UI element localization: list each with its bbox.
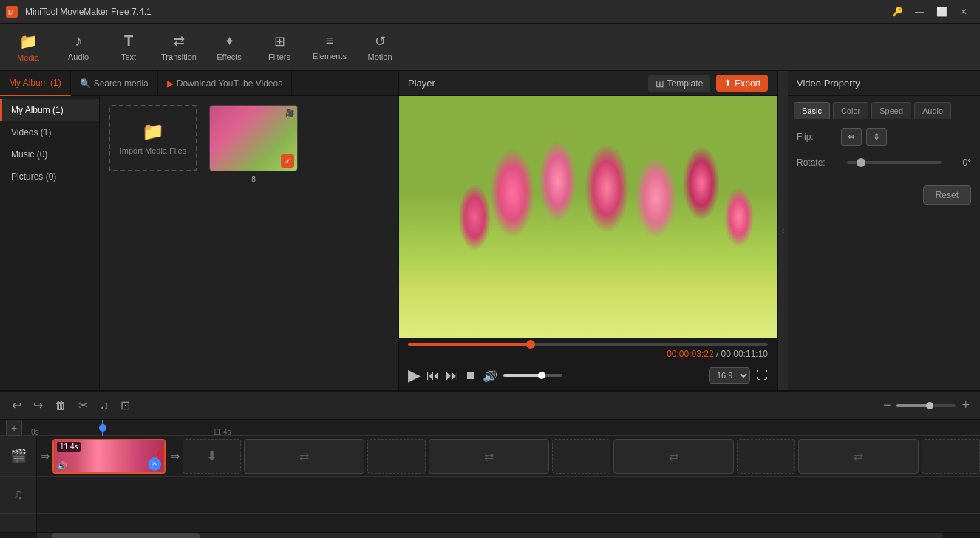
tab-my-album[interactable]: My Album (1) bbox=[0, 71, 71, 96]
rotate-slider[interactable] bbox=[847, 161, 942, 164]
tab-basic[interactable]: Basic bbox=[794, 102, 830, 119]
left-tabs: My Album (1) 🔍 Search media ▶ Download Y… bbox=[0, 71, 398, 96]
media-thumbnail[interactable]: 🎥 ✓ 8 bbox=[209, 105, 298, 183]
player-header: Player ⊞ Template ⬆ Export bbox=[399, 71, 777, 96]
arrow-icon-4: ⇄ bbox=[854, 449, 863, 463]
transition-arrow-2[interactable]: ⇄ bbox=[429, 439, 549, 474]
redo-btn[interactable]: ↪ bbox=[30, 395, 46, 415]
zoom-in-btn[interactable]: + bbox=[960, 396, 971, 415]
left-panel: My Album (1) 🔍 Search media ▶ Download Y… bbox=[0, 71, 399, 390]
timeline-toolbar: ↩ ↪ 🗑 ✂ ♫ ⊡ − + bbox=[0, 392, 980, 420]
video-clip[interactable]: 11.4s 🔊 ✂ bbox=[52, 439, 166, 474]
clip-add-before[interactable]: ⇒ bbox=[40, 449, 50, 463]
reset-btn[interactable]: Reset bbox=[923, 185, 971, 205]
cursor-head bbox=[99, 424, 106, 432]
timeline-ruler: + 0s 11.4s bbox=[0, 420, 980, 436]
next-frame-btn[interactable]: ⏭ bbox=[446, 368, 459, 384]
audio-detach-btn[interactable]: ♫ bbox=[97, 396, 112, 415]
minimize-btn[interactable]: — bbox=[909, 3, 930, 21]
export-btn[interactable]: ⬆ Export bbox=[716, 75, 768, 92]
scrollbar-thumb[interactable] bbox=[52, 533, 200, 538]
flip-label: Flip: bbox=[797, 132, 841, 142]
transition-slot-5[interactable] bbox=[922, 439, 980, 474]
progress-bar[interactable] bbox=[408, 343, 768, 346]
play-btn[interactable]: ▶ bbox=[408, 366, 421, 385]
volume-handle[interactable] bbox=[538, 372, 545, 379]
media-label: Media bbox=[17, 53, 39, 62]
transition-arrow-3[interactable]: ⇄ bbox=[613, 439, 734, 474]
tab-search-media[interactable]: 🔍 Search media bbox=[71, 71, 158, 96]
zoom-handle[interactable] bbox=[926, 402, 933, 409]
tool-elements[interactable]: ≡ Elements bbox=[304, 25, 355, 69]
trim-cursor[interactable] bbox=[157, 448, 166, 465]
cut-btn[interactable]: ✂ bbox=[75, 395, 91, 415]
import-media-tile[interactable]: 📁 Import Media Files bbox=[109, 105, 197, 171]
aspect-ratio-select[interactable]: 16:9 9:16 4:3 1:1 bbox=[709, 367, 750, 384]
transition-slot-3[interactable] bbox=[552, 439, 610, 474]
flip-vertical-btn[interactable]: ⇕ bbox=[866, 128, 887, 146]
zoom-out-btn[interactable]: − bbox=[882, 396, 893, 415]
flip-v-icon: ⇕ bbox=[873, 132, 880, 142]
tool-media[interactable]: 📁 Media bbox=[3, 25, 53, 69]
close-btn[interactable]: ✕ bbox=[953, 3, 974, 21]
rotate-label: Rotate: bbox=[797, 157, 841, 168]
tool-effects[interactable]: ✦ Effects bbox=[204, 25, 254, 69]
check-badge: ✓ bbox=[281, 154, 294, 168]
tab-audio[interactable]: Audio bbox=[914, 102, 951, 119]
sidebar-item-music[interactable]: Music (0) bbox=[0, 143, 99, 166]
tool-text[interactable]: T Text bbox=[103, 25, 154, 69]
transition-slot-4[interactable] bbox=[737, 439, 795, 474]
fullscreen-btn[interactable]: ⛶ bbox=[756, 369, 768, 382]
expand-handle[interactable]: ‹ bbox=[777, 71, 788, 390]
sidebar-item-pictures[interactable]: Pictures (0) bbox=[0, 166, 99, 188]
transition-arrow-4[interactable]: ⇄ bbox=[798, 439, 919, 474]
maximize-btn[interactable]: ⬜ bbox=[931, 3, 952, 21]
volume-btn[interactable]: 🔊 bbox=[483, 369, 497, 383]
thumb-label: 8 bbox=[209, 174, 298, 183]
title-key-icon[interactable]: 🔑 bbox=[887, 3, 908, 21]
player-controls: ▶ ⏮ ⏭ ⏹ 🔊 16:9 9:16 4:3 1:1 ⛶ bbox=[399, 361, 777, 390]
flip-controls: ⇔ ⇕ bbox=[841, 128, 887, 146]
app-icon: M MiniTool MovieMaker Free 7.4.1 bbox=[6, 6, 152, 18]
flip-horizontal-btn[interactable]: ⇔ bbox=[841, 128, 862, 146]
add-track-btn[interactable]: + bbox=[6, 420, 22, 436]
flip-h-icon: ⇔ bbox=[848, 132, 855, 142]
transition-slot-1[interactable]: ⬇ bbox=[183, 439, 241, 474]
template-btn[interactable]: ⊞ Template bbox=[648, 75, 711, 92]
zoom-bar[interactable] bbox=[896, 404, 956, 407]
sidebar-item-videos[interactable]: Videos (1) bbox=[0, 121, 99, 143]
player-progress[interactable] bbox=[399, 338, 777, 347]
tool-motion[interactable]: ↺ Motion bbox=[355, 25, 405, 69]
tool-transition[interactable]: ⇄ Transition bbox=[154, 25, 204, 69]
crop-btn[interactable]: ⊡ bbox=[118, 395, 133, 415]
progress-fill bbox=[408, 343, 531, 346]
tool-filters[interactable]: ⊞ Filters bbox=[254, 25, 304, 69]
clip-add-after[interactable]: ⇒ bbox=[170, 449, 180, 463]
total-time: 00:00:11:10 bbox=[721, 349, 768, 359]
tab-speed[interactable]: Speed bbox=[871, 102, 911, 119]
tab-color[interactable]: Color bbox=[833, 102, 868, 119]
sidebar-pictures-label: Pictures (0) bbox=[11, 171, 56, 182]
audio-label: Audio bbox=[68, 52, 89, 61]
timeline-cursor[interactable] bbox=[102, 420, 103, 436]
tool-audio[interactable]: ♪ Audio bbox=[53, 25, 103, 69]
prev-frame-btn[interactable]: ⏮ bbox=[426, 368, 440, 384]
rotate-handle[interactable] bbox=[857, 158, 865, 167]
media-icon: 📁 bbox=[19, 33, 38, 50]
stop-btn[interactable]: ⏹ bbox=[465, 369, 477, 382]
tab-download-youtube[interactable]: ▶ Download YouTube Videos bbox=[158, 71, 292, 96]
undo-btn[interactable]: ↩ bbox=[9, 395, 24, 415]
video-track-label: 🎬 bbox=[0, 436, 36, 477]
audio-icon: ♪ bbox=[75, 33, 82, 50]
search-icon: 🔍 bbox=[80, 78, 91, 89]
track-labels: 🎬 ♫ bbox=[0, 436, 37, 532]
delete-btn[interactable]: 🗑 bbox=[52, 396, 69, 415]
sidebar-item-my-album[interactable]: My Album (1) bbox=[0, 99, 99, 121]
transition-arrow-1[interactable]: ⇄ bbox=[244, 439, 364, 474]
volume-slider[interactable] bbox=[503, 374, 562, 377]
effects-label: Effects bbox=[217, 52, 241, 61]
progress-handle[interactable] bbox=[526, 340, 535, 349]
motion-icon: ↺ bbox=[375, 33, 386, 50]
audio-track-row bbox=[37, 477, 980, 514]
transition-slot-2[interactable] bbox=[367, 439, 426, 474]
